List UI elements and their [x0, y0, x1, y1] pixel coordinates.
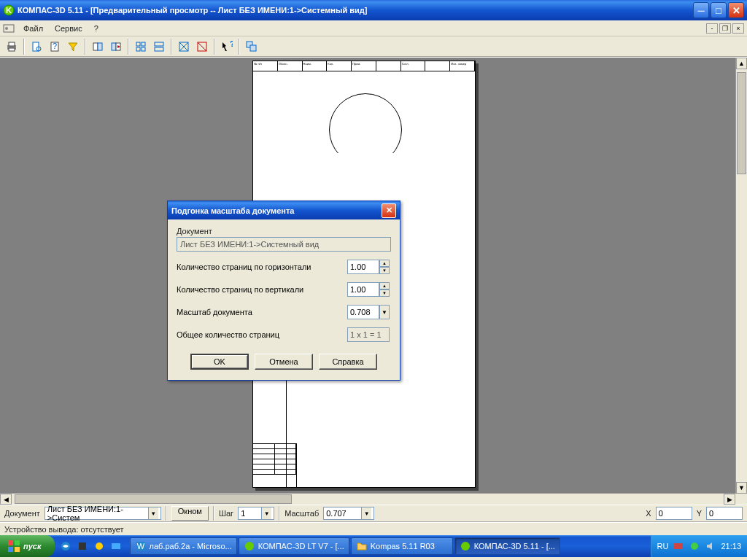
y-label: Y: [697, 509, 702, 518]
kompas-icon: [460, 540, 471, 552]
svg-rect-28: [250, 45, 256, 51]
svg-rect-5: [9, 42, 15, 46]
status-text: Устройство вывода: отсутствует: [4, 525, 124, 534]
scale-combo[interactable]: 0.707▼: [323, 507, 374, 520]
taskbar-task[interactable]: Wлаб.раб.2а - Microso...: [130, 537, 237, 555]
svg-line-25: [198, 42, 206, 51]
h-pages-input[interactable]: [347, 260, 379, 274]
page-next-icon[interactable]: [107, 38, 125, 55]
window-title: КОМПАС-3D 5.11 - [Предварительный просмо…: [18, 6, 693, 15]
svg-rect-16: [142, 42, 145, 46]
svg-rect-6: [9, 48, 15, 51]
h-pages-label: Количество страниц по горизонтали: [177, 262, 347, 271]
svg-rect-15: [136, 42, 140, 46]
help-button[interactable]: Справка: [319, 354, 377, 370]
quicklaunch-item[interactable]: [91, 537, 107, 555]
svg-rect-36: [112, 543, 120, 549]
hscroll-thumb[interactable]: [15, 494, 292, 504]
tray-volume-icon[interactable]: [705, 540, 716, 552]
svg-point-39: [245, 542, 254, 551]
svg-rect-19: [155, 42, 163, 46]
taskbar-task-active[interactable]: КОМПАС-3D 5.11 - [...: [454, 537, 560, 555]
view-control-bar: Документ Лист БЕЗ ИМЕНИ:1->Систем▼ Окном…: [0, 505, 747, 522]
scroll-up-arrow-icon[interactable]: ▲: [736, 58, 747, 69]
svg-text:W: W: [136, 542, 144, 551]
close-button[interactable]: ✕: [728, 2, 744, 18]
v-pages-spinner[interactable]: ▲▼: [379, 282, 390, 297]
window-titlebar: K КОМПАС-3D 5.11 - [Предварительный прос…: [0, 0, 747, 20]
quicklaunch-item[interactable]: [108, 537, 124, 555]
document-field: [177, 237, 391, 252]
document-info-icon[interactable]: ?: [46, 38, 63, 55]
scale-input[interactable]: [347, 305, 379, 319]
taskbar-task[interactable]: Kompas 5.11 R03: [351, 537, 453, 555]
fit-document-icon[interactable]: [28, 38, 45, 55]
corner-stamp: [253, 443, 297, 487]
vscroll-thumb[interactable]: [737, 72, 746, 174]
doc-combo[interactable]: Лист БЕЗ ИМЕНИ:1->Систем▼: [44, 507, 161, 520]
step-combo[interactable]: 1▼: [238, 507, 274, 520]
mdi-minimize-button[interactable]: -: [706, 23, 718, 34]
ok-button[interactable]: OK: [190, 354, 249, 370]
toolbar: ? ?: [0, 36, 747, 57]
v-pages-label: Количество страниц по вертикали: [177, 285, 347, 294]
mdi-system-icon[interactable]: [3, 23, 15, 34]
doc-combo-label: Документ: [4, 509, 40, 518]
scale-fit-dialog: Подгонка масштаба документа ✕ Документ К…: [167, 201, 400, 381]
tray-safely-remove-icon[interactable]: [689, 540, 700, 552]
clock[interactable]: 21:13: [721, 542, 741, 551]
menu-file[interactable]: Файл: [19, 23, 47, 34]
svg-point-40: [461, 542, 470, 551]
filter-icon[interactable]: [64, 38, 82, 55]
maximize-button[interactable]: □: [711, 2, 727, 18]
quicklaunch-item[interactable]: [74, 537, 90, 555]
grid-all-icon[interactable]: [132, 38, 150, 55]
y-coord-input[interactable]: [706, 507, 743, 520]
page-prev-icon[interactable]: [89, 38, 107, 55]
whats-this-icon[interactable]: ?: [218, 38, 236, 55]
x-coord-input[interactable]: [656, 507, 692, 520]
taskbar-tasks: Wлаб.раб.2а - Microso... КОМПАС-3D LT V7…: [127, 537, 651, 555]
grid-invert-icon[interactable]: [175, 38, 193, 55]
tile-windows-icon[interactable]: [243, 38, 260, 55]
quicklaunch-item[interactable]: [58, 537, 74, 555]
scroll-left-arrow-icon[interactable]: ◀: [0, 494, 12, 505]
scroll-right-arrow-icon[interactable]: ▶: [724, 494, 735, 505]
mdi-close-button[interactable]: ×: [732, 23, 744, 34]
grid-off-icon[interactable]: [193, 38, 211, 55]
preview-area: № п/пОбозн.Наим.Кол.Прим.Согл.Инв. номер…: [0, 57, 747, 505]
kompas-icon: [244, 540, 255, 552]
system-tray: RU 21:13: [651, 535, 747, 557]
window-zoom-button[interactable]: Окном: [171, 506, 209, 521]
h-pages-spinner[interactable]: ▲▼: [379, 260, 390, 274]
horizontal-scrollbar[interactable]: ◀ ▶: [0, 493, 747, 505]
x-label: X: [646, 509, 651, 518]
language-indicator[interactable]: RU: [657, 542, 669, 551]
print-icon[interactable]: [3, 38, 20, 55]
svg-rect-30: [15, 540, 20, 545]
start-button[interactable]: пуск: [0, 535, 55, 557]
dialog-close-button[interactable]: ✕: [382, 203, 396, 218]
mdi-restore-button[interactable]: ❐: [719, 23, 731, 34]
dialog-title: Подгонка масштаба документа: [171, 206, 382, 215]
vertical-scrollbar[interactable]: ▲ ▼: [735, 58, 747, 494]
svg-text:K: K: [6, 6, 12, 15]
menu-service[interactable]: Сервис: [50, 23, 87, 34]
svg-rect-31: [8, 547, 13, 552]
word-icon: W: [135, 540, 147, 552]
v-pages-input[interactable]: [347, 282, 379, 297]
minimize-button[interactable]: ─: [693, 2, 709, 18]
grid-rows-icon[interactable]: [150, 38, 168, 55]
svg-point-42: [691, 542, 698, 550]
tray-icon[interactable]: [673, 540, 684, 552]
svg-rect-32: [15, 547, 20, 552]
scale-dropdown-button[interactable]: ▼: [379, 305, 390, 319]
quick-launch: [55, 537, 127, 555]
taskbar-task[interactable]: КОМПАС-3D LT V7 - [...: [239, 537, 349, 555]
menu-help[interactable]: ?: [90, 23, 103, 34]
cancel-button[interactable]: Отмена: [255, 354, 313, 370]
taskbar: пуск Wлаб.раб.2а - Microso... КОМПАС-3D …: [0, 535, 747, 557]
dialog-titlebar[interactable]: Подгонка масштаба документа ✕: [168, 201, 400, 219]
svg-text:?: ?: [53, 42, 57, 50]
scroll-down-arrow-icon[interactable]: ▼: [736, 482, 747, 494]
